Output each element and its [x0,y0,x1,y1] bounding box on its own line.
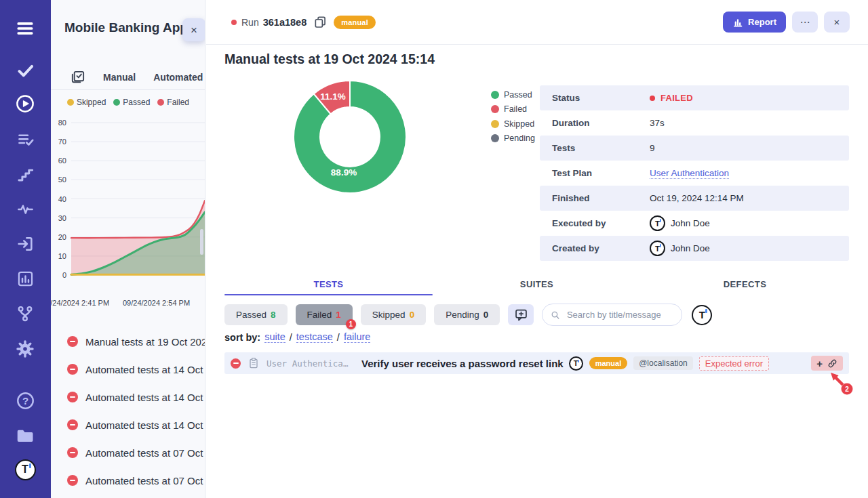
annotation-step-number: 2 [845,386,849,393]
duration-value: 37s [650,118,665,128]
folder-icon[interactable] [14,424,37,447]
detail-row-finished: Finished Oct 19, 2024 12:14 PM [540,186,849,211]
filter-pending-button[interactable]: Pending0 [434,304,500,325]
skipped-dot [67,99,74,106]
svg-text:60: 60 [58,157,66,165]
donut-legend-pending[interactable]: Pending [491,133,535,144]
executed-by-value: John Doe [671,218,710,228]
logo-letter: T [22,463,28,476]
branch-icon[interactable] [14,302,37,325]
run-list-item[interactable]: Automated tests at 14 Oct 2024 [67,361,205,377]
skipped-dot [491,120,499,128]
run-details-table: Status FAILED Duration 37s Tests 9 Test … [540,85,849,261]
test-plan-link[interactable]: User Authentication [650,168,729,179]
filter-skipped-button[interactable]: Skipped0 [361,304,426,325]
select-runs-icon[interactable] [70,69,85,85]
donut-legend-failed[interactable]: Failed [491,104,535,115]
play-circle-icon[interactable] [14,92,37,115]
tab-manual[interactable]: Manual [103,72,136,83]
passed-dot [113,99,120,106]
help-icon[interactable]: ? [14,389,37,412]
trend-chart-legend: Skipped Passed Failed [51,98,205,107]
failed-run-icon [67,475,78,486]
created-by-value: John Doe [671,243,710,253]
sort-by-testcase-link[interactable]: testcase [296,331,333,343]
sort-by-failure-link[interactable]: failure [344,331,371,343]
menu-icon[interactable] [14,17,37,40]
filter-failed-button[interactable]: Failed1 1 [296,304,353,325]
legend-item-passed[interactable]: Passed [113,98,150,107]
run-list-item[interactable]: Automated tests at 14 Oct 2024 [67,417,205,433]
svg-text:40: 40 [58,195,66,203]
detail-row-status: Status FAILED [540,85,849,110]
legend-item-failed[interactable]: Failed [157,98,189,107]
svg-text:70: 70 [58,138,66,146]
status-value: FAILED [660,93,693,103]
donut-legend: Passed Failed Skipped Pending [491,89,535,148]
runs-panel: Mobile Banking App × Manual Automated Sk… [51,0,205,498]
runs-trend-chart: 01020304050607080 [51,115,205,285]
failed-filter-badge: 1 [346,319,356,329]
run-label: Run [241,17,259,28]
run-list-item[interactable]: Automated tests at 07 Oct 2024 [67,472,205,489]
suite-name[interactable]: User Authentica… [267,358,356,369]
logo-tick [29,463,31,468]
import-login-icon[interactable] [14,232,37,255]
passed-dot [491,91,499,99]
tab-defects[interactable]: DEFECTS [641,274,849,294]
settings-gear-icon[interactable] [14,337,37,360]
check-icon[interactable] [14,58,37,81]
activity-pulse-icon[interactable] [14,197,37,220]
run-list-item[interactable]: Automated tests at 07 Oct 2024 [67,444,205,461]
sort-by-suite-link[interactable]: suite [264,331,285,343]
run-detail-pane: Run 361a18e8 manual Report ⋯ × Manual te… [206,0,868,498]
list-check-icon[interactable] [14,128,37,151]
panel-scrollbar[interactable] [200,229,203,255]
panel-close-button[interactable]: × [182,18,205,41]
tab-suites[interactable]: SUITES [433,274,641,294]
analytics-chart-icon[interactable] [14,267,37,290]
failed-run-icon [67,447,78,458]
comment-add-button[interactable] [508,304,534,325]
failed-run-icon [67,419,78,430]
search-box [542,304,682,326]
annotation-arrow: 2 [812,367,855,399]
close-run-button[interactable]: × [824,12,850,33]
failed-dot [491,105,499,113]
run-list-item[interactable]: Manual tests at 19 Oct 2024 [67,333,205,350]
detail-row-executed-by: Executed by TJohn Doe [540,211,849,236]
donut-legend-skipped[interactable]: Skipped [491,119,535,129]
test-tag: @localisation [633,356,693,370]
copy-run-id-button[interactable] [313,15,327,29]
run-list-item[interactable]: Automated tests at 14 Oct 2024 [67,389,205,405]
tab-automated[interactable]: Automated [153,72,203,83]
assignee-avatar[interactable]: T [692,305,712,325]
sidebar: ? T [0,0,51,498]
tab-tests[interactable]: TESTS [224,274,433,294]
svg-text:0: 0 [62,271,66,279]
detail-row-created-by: Created by TJohn Doe [540,236,849,261]
run-list: Manual tests at 19 Oct 2024 Automated te… [51,325,205,498]
test-result-row[interactable]: User Authentica… Verify user receives a … [224,352,849,374]
user-avatar: T [650,215,665,231]
steps-icon[interactable] [14,163,37,186]
test-title[interactable]: Verify user receives a password reset li… [361,358,564,369]
app-root: ? T Mobile Banking App × Manual Automate… [0,0,868,498]
more-actions-button[interactable]: ⋯ [792,12,818,33]
runs-panel-tabs: Manual Automated [51,64,205,90]
legend-item-skipped[interactable]: Skipped [67,98,106,107]
report-button[interactable]: Report [723,12,786,33]
run-status-dot [231,20,237,25]
detail-row-test-plan: Test Plan User Authentication [540,161,849,186]
search-input[interactable] [566,309,673,320]
testomat-logo-icon[interactable]: T [14,458,37,481]
failed-run-icon [67,336,78,347]
filter-passed-button[interactable]: Passed8 [224,304,288,325]
svg-text:?: ? [22,394,28,406]
failed-dot [650,96,655,101]
filter-row: Passed8 Failed1 1 Skipped0 Pending0 T [224,304,849,326]
search-icon [551,310,560,320]
test-type-badge: manual [589,357,628,369]
donut-legend-passed[interactable]: Passed [491,89,535,100]
project-title: Mobile Banking App [64,20,188,35]
